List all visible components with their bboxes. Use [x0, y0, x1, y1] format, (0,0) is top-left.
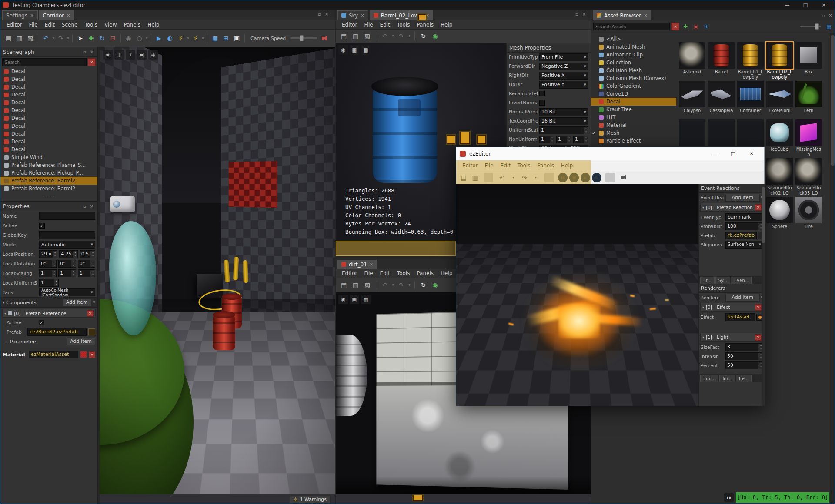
reload-icon[interactable]: ↻ — [418, 280, 429, 291]
scenegraph-item[interactable]: Decal — [0, 130, 97, 138]
undo-icon[interactable]: ↶ — [497, 173, 507, 182]
titlebar[interactable]: Testing Chambers - ezEditor — □ × — [0, 0, 835, 10]
save-icon[interactable]: ▤ — [338, 280, 349, 291]
local-icon[interactable]: ○ — [134, 33, 145, 44]
menu-item[interactable]: Panels — [413, 21, 437, 28]
asset-type-item[interactable]: Collision Mesh (Convex) — [591, 74, 676, 82]
save-all-icon[interactable]: ▥ — [350, 31, 361, 42]
component-active-checkbox[interactable]: ✓ — [39, 320, 44, 325]
menu-item[interactable]: Tools — [514, 162, 534, 169]
save-icon[interactable]: ▤ — [338, 31, 349, 42]
asset-scrollbar[interactable] — [830, 33, 835, 504]
rightdir-dropdown[interactable]: Positive X▼ — [539, 72, 588, 80]
panel-scrollbar[interactable] — [762, 184, 765, 406]
tab-close-icon[interactable]: × — [67, 11, 70, 20]
position-y-spinner[interactable]: 4.25▴▾ — [59, 250, 78, 258]
asset-processing-status[interactable]: [Un: 0, Tr: 5, Th: 0, Err: 0] — [736, 492, 829, 503]
asset-card[interactable]: IceCube — [766, 119, 793, 152]
undo-icon[interactable]: ↶ — [379, 280, 390, 291]
asset-type-item[interactable]: LUT — [591, 113, 676, 121]
speaker-muted-icon[interactable] — [321, 35, 329, 42]
tab-close-icon[interactable]: × — [30, 11, 33, 20]
scenegraph-item[interactable]: Decal — [0, 99, 97, 106]
paste-icon[interactable]: ▧ — [362, 31, 373, 42]
camera-speed-slider[interactable] — [290, 37, 317, 39]
nonuniform-y-spinner[interactable]: 1▴▾ — [556, 136, 571, 143]
panel-tab[interactable]: Ini... — [719, 375, 735, 382]
asset-card[interactable] — [679, 119, 705, 147]
open-icon[interactable]: ▥ — [470, 173, 480, 182]
thunder-icon[interactable]: ⚡ — [175, 33, 186, 44]
recalculatenormals-checkbox[interactable] — [539, 91, 545, 96]
scenegraph-item[interactable]: Decal — [0, 114, 97, 122]
scenegraph-item[interactable]: Decal — [0, 122, 97, 130]
scenegraph-item[interactable]: Decal — [0, 67, 97, 75]
alignment-dropdown[interactable]: Surface Non▼ — [725, 241, 763, 249]
scenegraph-item[interactable]: Prefab Reference: Barrel2 — [0, 177, 97, 185]
menu-item[interactable]: File — [361, 270, 377, 277]
main-3d-viewport[interactable]: ◉▥⊞▣▦ ⚠ 1 Warnings — [100, 47, 335, 504]
uniformscaling-spinner[interactable]: 1▴▾ — [539, 126, 588, 134]
asset-type-item[interactable]: <All> — [591, 35, 676, 43]
probability-spinner[interactable]: 100▴▾ — [725, 222, 763, 230]
asset-card[interactable] — [708, 119, 735, 147]
save-icon[interactable]: ▤ — [459, 173, 468, 182]
asset-card[interactable]: Fern — [795, 81, 822, 113]
asset-type-item[interactable]: Collision Mesh — [591, 66, 676, 74]
globalkey-field[interactable] — [39, 231, 95, 239]
snapshot-icon[interactable]: ▣ — [350, 45, 359, 55]
redo-icon[interactable]: ↷ — [396, 31, 407, 42]
asset-card[interactable]: Barrel_01_Lowpoly — [737, 42, 764, 80]
dock-target-left[interactable] — [446, 134, 456, 145]
left-dock-icons[interactable]: ▫ × — [318, 12, 330, 17]
menu-item[interactable]: Edit — [497, 162, 514, 169]
mesh-properties-header[interactable]: Mesh Properties — [507, 43, 591, 53]
remove-material-button[interactable]: × — [89, 351, 95, 358]
percentage-spinner[interactable]: 50▴▾ — [725, 361, 763, 369]
grid-icon[interactable]: ▦ — [148, 50, 158, 60]
snapshot-icon[interactable]: ▣ — [350, 295, 359, 304]
panel-dock-icons[interactable]: ▫ × — [83, 50, 95, 54]
prefab-browse-button[interactable] — [88, 328, 95, 335]
tab-close-icon[interactable]: × — [361, 11, 364, 20]
float-titlebar[interactable]: ezEditor — □ × — [456, 147, 764, 160]
render-mode-icon[interactable]: ▣ — [231, 33, 242, 44]
eventtype-field[interactable]: burnmark — [725, 213, 763, 221]
rotation-z-spinner[interactable]: 0°▴▾ — [78, 260, 95, 268]
thunder2-icon[interactable]: ⚡ — [190, 33, 201, 44]
menu-item[interactable]: Edit — [41, 21, 58, 28]
asset-card[interactable]: Barrel — [708, 42, 735, 75]
asset-card[interactable]: Box — [795, 42, 822, 75]
add-parameter-button[interactable]: Add Item — [67, 338, 95, 345]
expand-icon[interactable]: ⊞ — [126, 50, 135, 60]
menu-item[interactable]: File — [481, 162, 497, 169]
undo-icon[interactable]: ↶ — [40, 33, 51, 44]
scenegraph-item[interactable]: Decal — [0, 146, 97, 153]
sizefactor-spinner[interactable]: 3▴▾ — [725, 343, 763, 351]
select-icon[interactable]: ➤ — [75, 33, 86, 44]
save-all-icon[interactable]: ▥ — [14, 33, 25, 44]
menu-item[interactable]: Editor — [338, 21, 361, 28]
globe-icon[interactable]: ◉ — [430, 31, 441, 42]
camera-icon[interactable]: ◉ — [338, 45, 348, 55]
paste-icon[interactable]: ▧ — [362, 280, 373, 291]
document-tab[interactable]: Settings × — [2, 10, 38, 20]
menu-item[interactable]: Help — [437, 21, 456, 28]
scenegraph-item[interactable]: Prefab Reference: Pickup_P... — [0, 169, 97, 177]
invertnormals-checkbox[interactable] — [539, 100, 545, 106]
asset-type-item[interactable]: Animation Clip — [591, 51, 676, 59]
scaling-x-spinner[interactable]: 1▴▾ — [39, 269, 57, 277]
mode-dropdown[interactable]: Automatic▼ — [39, 241, 95, 249]
asset-card[interactable]: MissingMesh — [795, 119, 822, 157]
thumbnail-grid-icon[interactable]: ▦ — [825, 22, 833, 31]
reaction-prefab-field[interactable]: rk.ezPrefab — [725, 232, 757, 239]
name-field[interactable] — [39, 212, 95, 220]
thumbnail-size-slider[interactable] — [800, 26, 821, 27]
save-icon[interactable]: ▤ — [3, 33, 14, 44]
panel-tab[interactable]: Ef... — [700, 277, 715, 284]
texcoordprecision-dropdown[interactable]: 16 Bit▼ — [539, 117, 588, 125]
asset-card[interactable]: Container — [737, 81, 764, 113]
material-asset-field[interactable]: ezMaterialAsset — [29, 351, 78, 358]
asset-card[interactable]: Cassiopeia — [708, 81, 735, 113]
remove-effect-button[interactable]: × — [755, 304, 762, 311]
